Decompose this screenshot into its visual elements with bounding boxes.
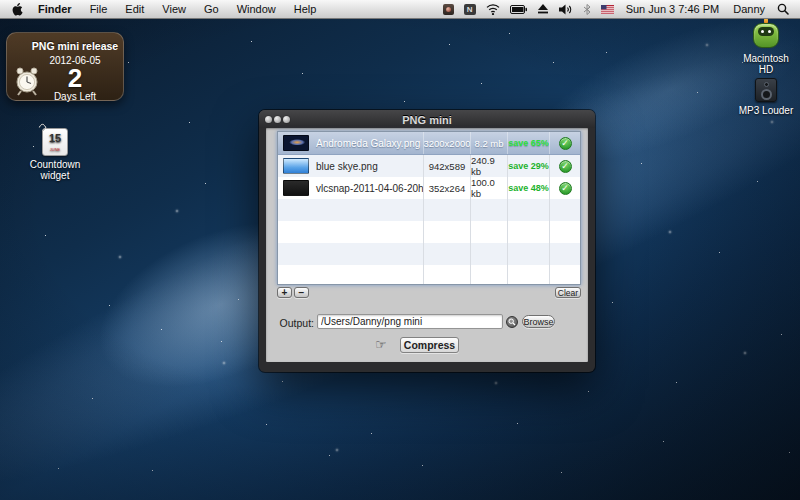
menu-item-help[interactable]: Help xyxy=(285,0,326,19)
icon-label: Macintosh xyxy=(736,53,796,64)
table-row[interactable]: Andromeda Galaxy.png 3200x2000 8.2 mb sa… xyxy=(278,132,580,155)
file-savings: save 65% xyxy=(508,138,549,148)
table-row-empty xyxy=(278,243,580,265)
desktop-icon-mp3-louder[interactable]: MP3 Louder xyxy=(736,78,796,116)
menu-clock[interactable]: Sun Jun 3 7:46 PM xyxy=(619,3,727,15)
user-menu[interactable]: Danny xyxy=(726,3,772,15)
desktop-icon-macintosh-hd[interactable]: Macintosh HD xyxy=(736,16,796,75)
icon-label: MP3 Louder xyxy=(736,105,796,116)
magnifier-icon[interactable] xyxy=(506,316,518,328)
notes-badge-icon[interactable]: N xyxy=(459,0,481,19)
icon-label: HD xyxy=(736,64,796,75)
countdown-widget-panel[interactable]: PNG mini release 2012-06-05 2 Days Left xyxy=(6,32,124,101)
file-resolution: 3200x2000 xyxy=(424,138,471,149)
table-row[interactable]: blue skye.png 942x589 240.9 kb save 29% … xyxy=(278,155,580,177)
menu-item-edit[interactable]: Edit xyxy=(116,0,153,19)
desktop: { "menu_bar": { "menus": ["Finder", "Fil… xyxy=(0,0,800,500)
file-size: 100.0 kb xyxy=(471,177,507,199)
file-resolution: 942x589 xyxy=(429,161,465,172)
browse-button[interactable]: Browse xyxy=(522,315,555,328)
menu-item-window[interactable]: Window xyxy=(228,0,285,19)
window-titlebar[interactable]: PNG mini xyxy=(259,110,595,128)
file-size: 8.2 mb xyxy=(474,138,503,149)
table-row-empty xyxy=(278,221,580,243)
minimize-button[interactable] xyxy=(274,116,281,123)
remove-file-button[interactable]: − xyxy=(294,287,309,298)
file-thumbnail xyxy=(283,180,309,196)
file-thumbnail xyxy=(283,158,309,174)
success-check-icon: ✓ xyxy=(559,160,572,173)
widget-days-number: 2 xyxy=(25,65,125,91)
output-label: Output: xyxy=(276,317,314,329)
zoom-button[interactable] xyxy=(283,116,290,123)
compress-button[interactable]: Compress xyxy=(400,337,459,353)
file-thumbnail xyxy=(283,135,309,151)
pointing-hand-icon: ☞ xyxy=(375,337,387,352)
battery-icon[interactable] xyxy=(505,0,532,19)
icon-label: Countdown xyxy=(18,159,92,170)
widget-caption: Days Left xyxy=(25,91,125,102)
menu-item-finder[interactable]: Finder xyxy=(29,0,81,19)
volume-icon[interactable] xyxy=(554,0,578,19)
desktop-icon-countdown-widget[interactable]: 15 JUNE Countdown widget xyxy=(18,128,92,181)
menu-item-view[interactable]: View xyxy=(153,0,195,19)
menu-bar: Finder File Edit View Go Window Help N S… xyxy=(0,0,800,19)
file-savings: save 48% xyxy=(508,183,549,193)
success-check-icon: ✓ xyxy=(559,137,572,150)
file-name: vlcsnap-2011-04-06-20h40m36s165.png xyxy=(316,183,424,194)
png-mini-window: PNG mini Andromeda Galaxy.png 3200x2000 … xyxy=(259,110,595,372)
bluetooth-icon[interactable] xyxy=(578,0,596,19)
success-check-icon: ✓ xyxy=(559,182,572,195)
app-badge-icon[interactable] xyxy=(438,0,459,19)
calendar-day: 15 xyxy=(43,133,67,144)
file-table[interactable]: Andromeda Galaxy.png 3200x2000 8.2 mb sa… xyxy=(277,131,581,285)
wifi-icon[interactable] xyxy=(481,0,505,19)
eject-icon[interactable] xyxy=(532,0,554,19)
apple-menu[interactable] xyxy=(0,3,29,16)
calendar-icon: 15 JUNE xyxy=(42,128,68,156)
icon-label: widget xyxy=(18,170,92,181)
file-savings: save 29% xyxy=(508,161,549,171)
window-title: PNG mini xyxy=(402,114,452,126)
menu-item-go[interactable]: Go xyxy=(195,0,228,19)
widget-title: PNG mini release xyxy=(25,40,125,52)
spotlight-icon[interactable] xyxy=(772,0,794,19)
table-row-empty xyxy=(278,199,580,221)
file-name: blue skye.png xyxy=(316,161,378,172)
us-flag-icon[interactable] xyxy=(596,0,619,19)
file-resolution: 352x264 xyxy=(429,183,465,194)
table-row-empty xyxy=(278,265,580,285)
file-size: 240.9 kb xyxy=(471,155,507,177)
menu-item-file[interactable]: File xyxy=(81,0,117,19)
table-row[interactable]: vlcsnap-2011-04-06-20h40m36s165.png 352x… xyxy=(278,177,580,199)
add-file-button[interactable]: + xyxy=(277,287,292,298)
window-content: Andromeda Galaxy.png 3200x2000 8.2 mb sa… xyxy=(266,128,588,362)
macintosh-hd-icon xyxy=(751,16,781,50)
file-name: Andromeda Galaxy.png xyxy=(316,138,420,149)
clear-button[interactable]: Clear xyxy=(555,287,581,298)
speaker-icon xyxy=(755,78,777,102)
close-button[interactable] xyxy=(265,116,272,123)
output-path-input[interactable] xyxy=(317,314,503,329)
